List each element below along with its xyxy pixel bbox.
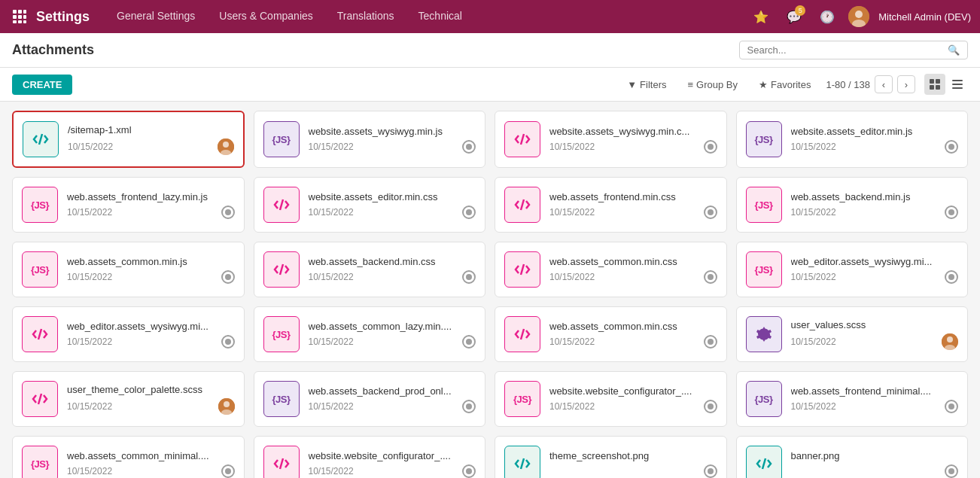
svg-rect-1 [18, 10, 22, 14]
pagination-next[interactable]: › [897, 75, 915, 93]
card-item[interactable]: /sitemap-1.xml 10/15/2022 [12, 111, 245, 168]
view-toggle [924, 74, 968, 95]
pagination: 1-80 / 138 ‹ › [826, 75, 915, 93]
card-filename: web.assets_frontend_lazy.min.js [67, 191, 235, 202]
card-meta: 10/15/2022 [67, 464, 235, 478]
username-label[interactable]: Mitchell Admin (DEV) [878, 11, 971, 23]
card-info: web.assets_frontend_minimal.... 10/15/20… [791, 385, 959, 413]
card-info: web.assets_frontend.min.css 10/15/2022 [549, 191, 717, 219]
svg-line-28 [38, 329, 41, 339]
svg-rect-2 [23, 10, 26, 14]
card-item[interactable]: web_editor.assets_wysiwyg.mi... 10/15/20… [12, 306, 245, 362]
card-meta: 10/15/2022 [549, 400, 717, 413]
filters-button[interactable]: ▼ Filters [621, 76, 672, 93]
card-info: /sitemap-1.xml 10/15/2022 [68, 124, 234, 155]
kanban-view-button[interactable] [924, 74, 945, 95]
card-file-icon [22, 381, 58, 417]
topbar: Settings General Settings Users & Compan… [0, 0, 980, 33]
card-item[interactable]: website.assets_editor.min.css 10/15/2022 [254, 177, 486, 233]
chat-icon[interactable]: 💬 5 [782, 5, 806, 29]
card-info: web.assets_common.min.css 10/15/2022 [549, 321, 717, 349]
card-filename: web.assets_common.min.css [549, 256, 717, 267]
card-item[interactable]: {JS} web.assets_frontend_lazy.min.js 10/… [12, 177, 245, 233]
svg-rect-17 [952, 84, 963, 85]
card-user-avatar [942, 333, 958, 350]
card-info: web.assets_common_minimal.... 10/15/2022 [67, 450, 235, 478]
nav-general-settings[interactable]: General Settings [105, 0, 207, 33]
card-item[interactable]: {JS} web.assets_frontend_minimal.... 10/… [736, 371, 969, 427]
card-status-indicator [221, 206, 235, 219]
card-info: web.assets_backend.min.js 10/15/2022 [791, 191, 959, 219]
card-date: 10/15/2022 [309, 336, 354, 347]
card-item[interactable]: web.assets_common.min.css 10/15/2022 [495, 242, 727, 297]
avatar[interactable] [848, 6, 869, 27]
groupby-icon: ≡ [687, 79, 693, 90]
card-item[interactable]: theme_screenshot.png [495, 436, 727, 478]
card-meta: 10/15/2022 [549, 270, 717, 284]
card-info: user_values.scss 10/15/2022 [791, 319, 959, 350]
card-item[interactable]: web.assets_common.min.css 10/15/2022 [495, 306, 727, 362]
apps-menu-icon[interactable] [9, 6, 30, 27]
card-info: web.assets_common.min.css 10/15/2022 [549, 256, 717, 284]
card-filename: web_editor.assets_wysiwyg.mi... [67, 321, 235, 332]
svg-line-23 [521, 134, 524, 145]
svg-point-35 [224, 401, 230, 407]
card-meta: 10/15/2022 [309, 335, 476, 349]
search-input[interactable] [747, 44, 948, 56]
card-item[interactable]: {JS} web.assets_common_minimal.... 10/15… [12, 436, 245, 478]
card-item[interactable]: website.assets_wysiwyg.min.c... 10/15/20… [495, 111, 727, 168]
card-item[interactable]: {JS} web.assets_common_lazy.min.... 10/1… [254, 306, 486, 362]
card-item[interactable]: web.assets_frontend.min.css 10/15/2022 [495, 177, 727, 233]
page-title: Attachments [12, 42, 367, 58]
card-file-icon [263, 187, 300, 223]
svg-point-21 [223, 142, 229, 148]
card-date: 10/15/2022 [549, 272, 595, 282]
card-item[interactable]: {JS} web_editor.assets_wysiwyg.mi... 10/… [736, 242, 969, 297]
search-icon[interactable]: 🔍 [948, 44, 960, 56]
svg-line-37 [280, 458, 283, 469]
groupby-button[interactable]: ≡ Group By [681, 76, 744, 93]
card-meta: 10/15/2022 [309, 140, 476, 154]
create-button[interactable]: CREATE [12, 75, 72, 95]
card-item[interactable]: {JS} website.website_configurator_.... 1… [495, 371, 727, 427]
clock-icon[interactable]: 🕐 [815, 5, 839, 29]
pagination-prev[interactable]: ‹ [875, 75, 893, 93]
card-info: banner.png [791, 450, 959, 478]
card-item[interactable]: {JS} website.assets_wysiwyg.min.js 10/15… [254, 111, 486, 168]
nav-translations[interactable]: Translations [325, 0, 406, 33]
card-date: 10/15/2022 [791, 401, 836, 412]
card-item[interactable]: {JS} website.assets_editor.min.js 10/15/… [736, 111, 969, 168]
card-item[interactable]: user_theme_color_palette.scss 10/15/2022 [12, 371, 245, 427]
card-item[interactable]: {JS} web.assets_backend_prod_onl... 10/1… [254, 371, 486, 427]
svg-line-24 [280, 199, 283, 210]
nav-users-companies[interactable]: Users & Companies [207, 0, 325, 33]
card-item[interactable]: user_values.scss 10/15/2022 [736, 306, 969, 362]
nav-technical[interactable]: Technical [406, 0, 474, 33]
card-filename: theme_screenshot.png [549, 450, 717, 461]
card-filename: website.assets_editor.min.js [791, 126, 959, 137]
card-meta: 10/15/2022 [309, 464, 476, 478]
card-status-indicator [704, 464, 717, 478]
card-file-icon: {JS} [746, 381, 782, 417]
card-meta: 10/15/2022 [791, 206, 959, 219]
svg-rect-16 [952, 80, 963, 81]
svg-line-25 [521, 199, 524, 210]
svg-line-27 [521, 264, 524, 275]
svg-line-39 [762, 458, 765, 469]
favorites-button[interactable]: ★ Favorites [753, 76, 817, 93]
card-item[interactable]: banner.png [736, 436, 969, 478]
card-meta: 10/15/2022 [549, 206, 717, 219]
gift-icon[interactable]: ⭐ [749, 5, 773, 29]
card-date: 10/15/2022 [68, 142, 113, 152]
card-meta: 10/15/2022 [67, 398, 235, 415]
svg-rect-7 [18, 20, 22, 23]
card-item[interactable]: web.assets_backend.min.css 10/15/2022 [254, 242, 486, 297]
svg-rect-12 [930, 79, 934, 84]
card-item[interactable]: {JS} web.assets_backend.min.js 10/15/202… [736, 177, 969, 233]
filter-icon: ▼ [627, 79, 637, 90]
favorites-label: Favorites [771, 79, 811, 90]
card-item[interactable]: {JS} web.assets_common.min.js 10/15/2022 [12, 242, 245, 297]
card-status-indicator [462, 335, 476, 349]
card-item[interactable]: website.website_configurator_.... 10/15/… [254, 436, 486, 478]
list-view-button[interactable] [947, 74, 968, 95]
